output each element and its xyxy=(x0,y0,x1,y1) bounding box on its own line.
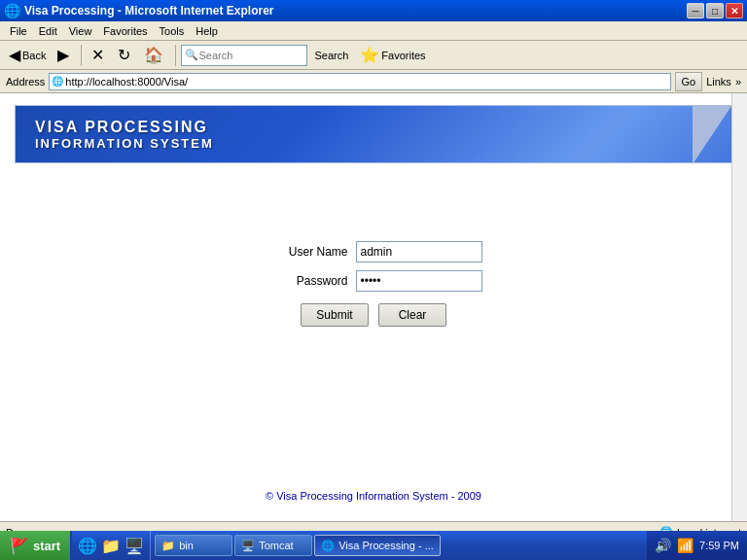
password-input[interactable] xyxy=(356,270,482,292)
tomcat-icon: 🖥️ xyxy=(241,540,255,552)
bin-icon: 📁 xyxy=(161,540,175,552)
tray-icon-1[interactable]: 🔊 xyxy=(655,538,671,553)
clear-button[interactable]: Clear xyxy=(378,303,446,327)
menu-favorites[interactable]: Favorites xyxy=(97,23,153,39)
window-controls: ─ □ ✕ xyxy=(687,3,743,18)
page-icon: 🌐 xyxy=(52,76,63,87)
toolbar: ◀ Back ▶ ✕ ↻ 🏠 🔍 Search ⭐ Favorites xyxy=(0,41,747,70)
tray-icon-2[interactable]: 📶 xyxy=(677,538,694,553)
stop-icon: ✕ xyxy=(91,46,104,64)
links-chevron-icon: » xyxy=(735,76,741,88)
username-row: User Name xyxy=(266,241,482,262)
taskbar-item-visa[interactable]: 🌐 Visa Processing - ... xyxy=(314,535,441,556)
close-button[interactable]: ✕ xyxy=(726,3,743,18)
page-header-banner: Visa Processing Information System xyxy=(15,105,732,163)
address-label: Address xyxy=(6,76,45,88)
start-flag-icon: 🚩 xyxy=(10,537,29,555)
back-button[interactable]: ◀ Back xyxy=(4,43,51,67)
favorites-label: Favorites xyxy=(381,50,425,61)
password-label: Password xyxy=(266,274,348,288)
links-label[interactable]: Links xyxy=(706,76,731,88)
ql-ie-icon[interactable]: 🌐 xyxy=(78,537,97,555)
window-title: Visa Processing - Microsoft Internet Exp… xyxy=(24,4,687,18)
home-icon: 🏠 xyxy=(144,46,163,64)
refresh-button[interactable]: ↻ xyxy=(113,43,137,67)
start-label: start xyxy=(33,539,60,553)
login-section: User Name Password Submit Clear xyxy=(0,241,747,327)
search-box[interactable]: 🔍 xyxy=(181,45,307,66)
toolbar-separator-2 xyxy=(175,45,176,66)
forward-button[interactable]: ▶ xyxy=(53,43,76,67)
start-button[interactable]: 🚩 start xyxy=(0,531,72,560)
title-bar: 🌐 Visa Processing - Microsoft Internet E… xyxy=(0,0,747,21)
menu-bar: File Edit View Favorites Tools Help xyxy=(0,21,747,41)
taskbar-tasks: 📁 bin 🖥️ Tomcat 🌐 Visa Processing - ... xyxy=(151,531,647,560)
star-icon: ⭐ xyxy=(360,46,379,64)
system-tray: 🔊 📶 7:59 PM xyxy=(647,531,747,560)
go-button[interactable]: Go xyxy=(675,72,703,91)
menu-view[interactable]: View xyxy=(63,23,98,39)
minimize-button[interactable]: ─ xyxy=(687,3,704,18)
menu-help[interactable]: Help xyxy=(190,23,224,39)
taskbar: 🚩 start 🌐 📁 🖥️ 📁 bin 🖥️ Tomcat 🌐 Visa Pr… xyxy=(0,531,747,560)
visa-app-icon: 🌐 xyxy=(321,540,335,552)
password-row: Password xyxy=(266,270,482,292)
taskbar-item-bin[interactable]: 📁 bin xyxy=(155,535,232,556)
window-icon: 🌐 xyxy=(4,3,20,18)
maximize-button[interactable]: □ xyxy=(706,3,724,18)
tomcat-label: Tomcat xyxy=(259,540,293,551)
copyright-text: © Visa Processing Information System - 2… xyxy=(0,490,747,502)
button-row: Submit Clear xyxy=(301,303,446,327)
back-label: Back xyxy=(22,50,46,61)
header-title-line1: Visa Processing xyxy=(35,119,214,136)
back-icon: ◀ xyxy=(9,46,20,64)
refresh-icon: ↻ xyxy=(118,46,130,64)
address-input[interactable] xyxy=(65,76,667,88)
search-label: Search xyxy=(314,50,348,61)
header-title-line2: Information System xyxy=(35,136,214,151)
system-time: 7:59 PM xyxy=(699,540,739,551)
ql-desktop-icon[interactable]: 🖥️ xyxy=(124,537,144,555)
menu-tools[interactable]: Tools xyxy=(154,23,191,39)
header-text-block: Visa Processing Information System xyxy=(35,119,214,151)
address-bar: Address 🌐 Go Links » xyxy=(0,70,747,93)
visa-app-label: Visa Processing - ... xyxy=(338,540,434,551)
username-input[interactable] xyxy=(356,241,482,262)
home-button[interactable]: 🏠 xyxy=(139,43,170,67)
ql-folder-icon[interactable]: 📁 xyxy=(101,537,121,555)
scrollbar[interactable] xyxy=(731,93,747,521)
search-icon: 🔍 xyxy=(185,49,198,61)
search-button[interactable]: Search xyxy=(309,47,353,64)
browser-content: Visa Processing Information System User … xyxy=(0,93,747,521)
username-label: User Name xyxy=(266,245,348,259)
search-input[interactable] xyxy=(198,50,303,61)
toolbar-separator-1 xyxy=(81,45,82,66)
submit-button[interactable]: Submit xyxy=(301,303,369,327)
quick-launch: 🌐 📁 🖥️ xyxy=(72,531,151,560)
forward-icon: ▶ xyxy=(57,46,69,64)
favorites-button[interactable]: ⭐ Favorites xyxy=(355,43,430,67)
menu-edit[interactable]: Edit xyxy=(33,23,63,39)
bin-label: bin xyxy=(179,540,194,551)
stop-button[interactable]: ✕ xyxy=(87,43,111,67)
taskbar-item-tomcat[interactable]: 🖥️ Tomcat xyxy=(234,535,312,556)
address-input-wrap[interactable]: 🌐 xyxy=(49,73,670,90)
menu-file[interactable]: File xyxy=(4,23,33,39)
